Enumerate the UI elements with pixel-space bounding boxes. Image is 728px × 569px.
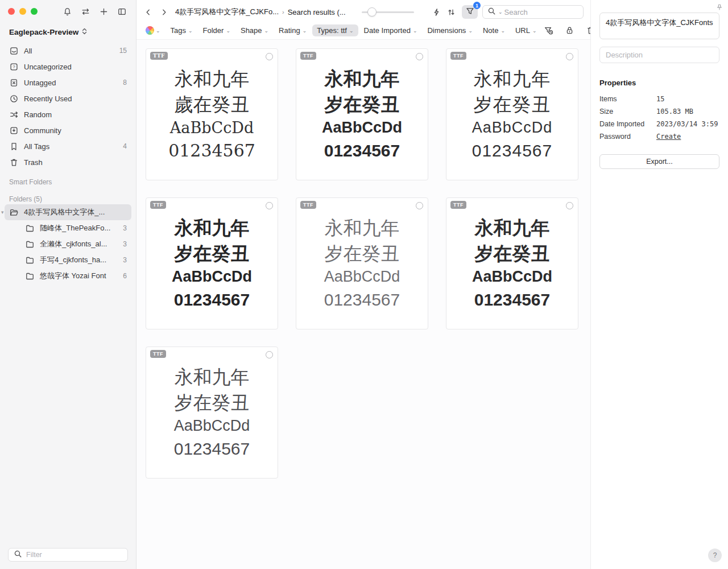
sidebar-item-untagged[interactable]: Untagged8 <box>5 75 131 90</box>
ttf-badge: TTF <box>450 52 466 60</box>
create-password-link[interactable]: Create <box>656 133 681 141</box>
notifications-button[interactable] <box>61 5 73 18</box>
back-button[interactable] <box>141 5 155 19</box>
lock-button[interactable] <box>564 24 576 37</box>
filter-chip-label: URL <box>515 26 530 35</box>
filter-bar-actions <box>543 24 597 37</box>
zoom-window-button[interactable] <box>31 8 38 15</box>
library-switcher[interactable]: Eaglepack-Preview <box>0 23 136 43</box>
filter-chip-url[interactable]: URL⌄ <box>511 24 541 36</box>
font-card[interactable]: TTF永和九年岁在癸丑AaBbCcDd01234567 <box>296 197 428 329</box>
bell-icon <box>63 7 72 17</box>
filter-toggle-button[interactable]: 1 <box>462 5 478 19</box>
sidebar-item-all[interactable]: All15 <box>5 43 131 59</box>
chevron-down-icon[interactable]: ⌄ <box>498 9 503 15</box>
font-preview-line: AaBbCcDd <box>472 269 552 285</box>
color-filter-button[interactable]: ⌄ <box>146 26 160 35</box>
font-card[interactable]: TTF永和九年岁在癸丑AaBbCcDd01234567 <box>146 197 278 329</box>
search-input[interactable] <box>504 8 579 17</box>
toolbar: 4款手写风格中文字体_CJKFo...›Search results (... … <box>136 0 590 24</box>
slider-knob[interactable] <box>367 7 377 17</box>
filter-chip-date-imported[interactable]: Date Imported⌄ <box>359 24 422 36</box>
folder-item[interactable]: 随峰体_ThePeakFo...3 <box>5 220 131 236</box>
toggle-layout-button[interactable] <box>115 5 128 18</box>
select-circle[interactable] <box>566 202 573 209</box>
sidebar-item-random[interactable]: Random <box>5 106 131 122</box>
font-card[interactable]: TTF永和九年岁在癸丑AaBbCcDd01234567 <box>146 347 278 479</box>
thumbnail-size-slider[interactable] <box>362 6 414 18</box>
sidebar-item-trash[interactable]: Trash <box>5 154 131 170</box>
sync-button[interactable] <box>79 5 92 18</box>
sidebar-nav: All15?UncategorizedUntagged8Recently Use… <box>0 43 136 170</box>
sort-button[interactable] <box>445 6 457 18</box>
font-card[interactable]: TTF永和九年岁在癸丑AaBbCcDd01234567 <box>446 48 578 180</box>
add-button[interactable] <box>97 5 110 18</box>
sidebar-item-community[interactable]: Community <box>5 122 131 138</box>
filter-chip-types-ttf[interactable]: Types: ttf⌄ <box>312 24 358 36</box>
export-button[interactable]: Export... <box>599 154 719 169</box>
content-area: TTF永和九年歲在癸丑AaBbCcDd01234567TTF永和九年岁在癸丑Aa… <box>136 40 590 569</box>
breadcrumb-item[interactable]: Search results (... <box>288 8 346 17</box>
select-circle[interactable] <box>416 202 423 209</box>
font-preview-line: 01234567 <box>174 440 250 458</box>
font-card[interactable]: TTF永和九年岁在癸丑AaBbCcDd01234567 <box>446 197 578 329</box>
properties-heading: Properties <box>599 79 719 87</box>
minimize-window-button[interactable] <box>19 8 26 15</box>
window-titlebar <box>0 0 136 23</box>
ttf-badge: TTF <box>150 201 166 209</box>
sidebar-item-recently-used[interactable]: Recently Used <box>5 90 131 106</box>
item-count: 8 <box>123 79 127 86</box>
filter-chip-dimensions[interactable]: Dimensions⌄ <box>423 24 477 36</box>
font-preview-line: 01234567 <box>324 291 400 309</box>
ttf-badge: TTF <box>300 201 316 209</box>
breadcrumb-item[interactable]: 4款手写风格中文字体_CJKFo... <box>175 7 279 17</box>
filter-chip-rating[interactable]: Rating⌄ <box>274 24 311 36</box>
folder-open-icon <box>9 208 19 217</box>
section-folders[interactable]: Folders (5) <box>0 187 136 204</box>
folder-item[interactable]: 悠哉字体 Yozai Font6 <box>5 268 131 284</box>
filter-chip-shape[interactable]: Shape⌄ <box>236 24 273 36</box>
select-circle[interactable] <box>566 53 573 60</box>
filter-chip-folder[interactable]: Folder⌄ <box>198 24 235 36</box>
font-preview-line: AaBbCcDd <box>172 269 252 285</box>
select-circle[interactable] <box>266 351 273 358</box>
pin-icon[interactable] <box>715 3 723 13</box>
font-card[interactable]: TTF永和九年歲在癸丑AaBbCcDd01234567 <box>146 48 278 180</box>
help-button[interactable]: ? <box>708 549 722 562</box>
pin-icon <box>715 3 723 11</box>
plus-icon <box>99 7 109 17</box>
sort-icon <box>446 7 456 17</box>
folder-item[interactable]: 全濑体_cjkfonts_al...3 <box>5 236 131 252</box>
saved-filters-button[interactable] <box>543 24 555 37</box>
close-window-button[interactable] <box>8 8 15 15</box>
quick-actions-button[interactable] <box>430 6 442 18</box>
folder-item-root[interactable]: ▾4款手写风格中文字体_... <box>5 204 131 220</box>
font-card[interactable]: TTF永和九年岁在癸丑AaBbCcDd01234567 <box>296 48 428 180</box>
trash-icon <box>9 158 19 167</box>
filter-chip-label: Types: ttf <box>317 26 347 35</box>
folder-item[interactable]: 手写4_cjkfonts_ha...3 <box>5 252 131 268</box>
font-preview-line: 岁在癸丑 <box>175 244 250 264</box>
item-count: 3 <box>123 224 127 232</box>
disclosure-caret-icon[interactable]: ▾ <box>1 209 4 215</box>
item-count: 15 <box>119 47 127 55</box>
description-field[interactable] <box>599 47 719 63</box>
folder-title-field[interactable]: 4款手写风格中文字体_CJKFonts <box>599 13 719 39</box>
font-preview-line: 永和九年 <box>475 218 550 238</box>
select-circle[interactable] <box>266 202 273 209</box>
sidebar-item-all-tags[interactable]: All Tags4 <box>5 138 131 154</box>
filter-chip-tags[interactable]: Tags⌄ <box>166 24 197 36</box>
font-preview-line: AaBbCcDd <box>170 119 254 136</box>
search-box: ⌄ <box>482 5 584 19</box>
sidebar-item-label: Recently Used <box>24 94 72 103</box>
sidebar-item-uncategorized[interactable]: ?Uncategorized <box>5 59 131 75</box>
select-circle[interactable] <box>416 53 423 60</box>
font-preview-line: 岁在癸丑 <box>325 94 400 115</box>
forward-button[interactable] <box>157 5 171 19</box>
traffic-lights <box>8 8 38 15</box>
section-smart-folders[interactable]: Smart Folders <box>0 170 136 187</box>
sidebar-filter-input[interactable] <box>26 551 123 559</box>
filter-chip-note[interactable]: Note⌄ <box>478 24 510 36</box>
select-circle[interactable] <box>266 53 273 60</box>
breadcrumb: 4款手写风格中文字体_CJKFo...›Search results (... <box>175 7 346 17</box>
